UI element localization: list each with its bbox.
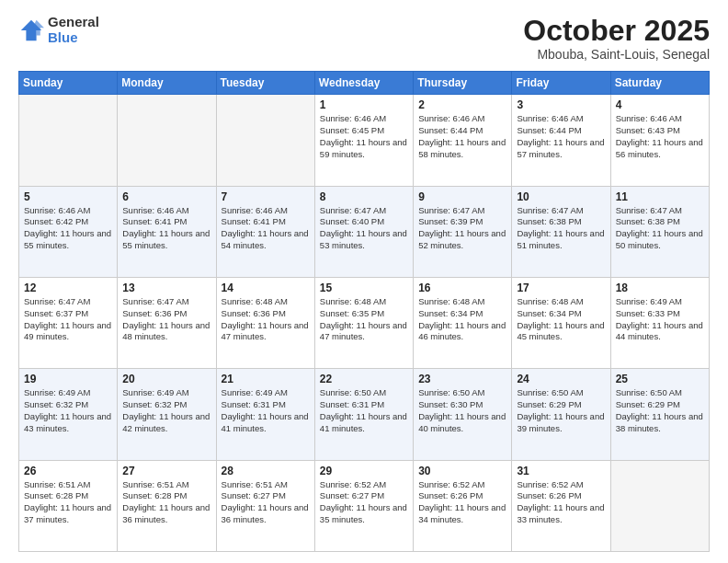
calendar-cell xyxy=(216,95,314,186)
calendar-cell xyxy=(19,95,118,186)
day-number: 19 xyxy=(24,373,112,385)
logo-text: General Blue xyxy=(48,15,99,45)
day-number: 22 xyxy=(320,373,408,385)
calendar-cell: 2Sunrise: 6:46 AM Sunset: 6:44 PM Daylig… xyxy=(414,95,512,186)
header: General Blue October 2025 Mbouba, Saint-… xyxy=(18,15,710,62)
day-number: 4 xyxy=(616,98,704,111)
day-number: 3 xyxy=(517,98,605,111)
day-number: 1 xyxy=(320,98,408,111)
day-number: 9 xyxy=(418,190,506,203)
day-number: 18 xyxy=(616,282,704,294)
weekday-header-monday: Monday xyxy=(118,72,216,95)
calendar-cell: 20Sunrise: 6:49 AM Sunset: 6:32 PM Dayli… xyxy=(118,369,216,460)
logo-blue-text: Blue xyxy=(48,30,99,46)
calendar-cell: 10Sunrise: 6:47 AM Sunset: 6:38 PM Dayli… xyxy=(512,186,610,277)
calendar-week-row: 19Sunrise: 6:49 AM Sunset: 6:32 PM Dayli… xyxy=(19,369,710,460)
title-block: October 2025 Mbouba, Saint-Louis, Senega… xyxy=(523,15,710,62)
day-number: 14 xyxy=(222,282,310,294)
day-number: 7 xyxy=(222,190,310,203)
day-number: 25 xyxy=(616,373,704,385)
day-number: 17 xyxy=(517,282,605,294)
weekday-header-friday: Friday xyxy=(512,72,610,95)
day-number: 24 xyxy=(517,373,605,385)
day-info: Sunrise: 6:49 AM Sunset: 6:31 PM Dayligh… xyxy=(222,387,310,434)
logo-icon xyxy=(18,17,44,43)
weekday-header-wednesday: Wednesday xyxy=(314,72,413,95)
day-number: 21 xyxy=(222,373,310,385)
calendar-cell: 5Sunrise: 6:46 AM Sunset: 6:42 PM Daylig… xyxy=(19,186,118,277)
day-number: 15 xyxy=(320,282,408,294)
calendar-cell: 24Sunrise: 6:50 AM Sunset: 6:29 PM Dayli… xyxy=(512,369,610,460)
day-info: Sunrise: 6:52 AM Sunset: 6:27 PM Dayligh… xyxy=(320,479,408,526)
calendar-cell: 18Sunrise: 6:49 AM Sunset: 6:33 PM Dayli… xyxy=(610,277,709,368)
day-info: Sunrise: 6:52 AM Sunset: 6:26 PM Dayligh… xyxy=(517,479,605,526)
day-number: 2 xyxy=(418,98,506,111)
calendar-cell: 15Sunrise: 6:48 AM Sunset: 6:35 PM Dayli… xyxy=(314,277,413,368)
calendar-cell: 30Sunrise: 6:52 AM Sunset: 6:26 PM Dayli… xyxy=(414,460,512,551)
weekday-header-row: SundayMondayTuesdayWednesdayThursdayFrid… xyxy=(19,72,710,95)
calendar-cell: 23Sunrise: 6:50 AM Sunset: 6:30 PM Dayli… xyxy=(414,369,512,460)
day-number: 8 xyxy=(320,190,408,203)
day-info: Sunrise: 6:47 AM Sunset: 6:38 PM Dayligh… xyxy=(517,205,605,252)
calendar-cell: 4Sunrise: 6:46 AM Sunset: 6:43 PM Daylig… xyxy=(610,95,709,186)
calendar-cell: 7Sunrise: 6:46 AM Sunset: 6:41 PM Daylig… xyxy=(216,186,314,277)
title-month: October 2025 xyxy=(523,15,710,47)
calendar-cell xyxy=(118,95,216,186)
day-number: 26 xyxy=(24,465,112,477)
day-info: Sunrise: 6:50 AM Sunset: 6:30 PM Dayligh… xyxy=(418,387,506,434)
day-number: 13 xyxy=(122,282,210,294)
day-info: Sunrise: 6:52 AM Sunset: 6:26 PM Dayligh… xyxy=(418,479,506,526)
calendar-table: SundayMondayTuesdayWednesdayThursdayFrid… xyxy=(18,71,710,552)
day-info: Sunrise: 6:46 AM Sunset: 6:44 PM Dayligh… xyxy=(418,113,506,160)
day-info: Sunrise: 6:47 AM Sunset: 6:39 PM Dayligh… xyxy=(418,205,506,252)
day-info: Sunrise: 6:51 AM Sunset: 6:28 PM Dayligh… xyxy=(122,479,210,526)
calendar-cell: 31Sunrise: 6:52 AM Sunset: 6:26 PM Dayli… xyxy=(512,460,610,551)
calendar-cell: 9Sunrise: 6:47 AM Sunset: 6:39 PM Daylig… xyxy=(414,186,512,277)
day-info: Sunrise: 6:48 AM Sunset: 6:36 PM Dayligh… xyxy=(222,296,310,343)
calendar-cell xyxy=(610,460,709,551)
calendar-cell: 13Sunrise: 6:47 AM Sunset: 6:36 PM Dayli… xyxy=(118,277,216,368)
calendar-cell: 11Sunrise: 6:47 AM Sunset: 6:38 PM Dayli… xyxy=(610,186,709,277)
calendar-cell: 27Sunrise: 6:51 AM Sunset: 6:28 PM Dayli… xyxy=(118,460,216,551)
calendar-cell: 28Sunrise: 6:51 AM Sunset: 6:27 PM Dayli… xyxy=(216,460,314,551)
day-info: Sunrise: 6:46 AM Sunset: 6:45 PM Dayligh… xyxy=(320,113,408,160)
day-info: Sunrise: 6:46 AM Sunset: 6:43 PM Dayligh… xyxy=(616,113,704,160)
weekday-header-saturday: Saturday xyxy=(610,72,709,95)
weekday-header-thursday: Thursday xyxy=(414,72,512,95)
calendar-week-row: 5Sunrise: 6:46 AM Sunset: 6:42 PM Daylig… xyxy=(19,186,710,277)
calendar-cell: 16Sunrise: 6:48 AM Sunset: 6:34 PM Dayli… xyxy=(414,277,512,368)
day-number: 16 xyxy=(418,282,506,294)
calendar-cell: 8Sunrise: 6:47 AM Sunset: 6:40 PM Daylig… xyxy=(314,186,413,277)
title-location: Mbouba, Saint-Louis, Senegal xyxy=(523,47,710,62)
day-info: Sunrise: 6:51 AM Sunset: 6:28 PM Dayligh… xyxy=(24,479,112,526)
day-info: Sunrise: 6:50 AM Sunset: 6:29 PM Dayligh… xyxy=(616,387,704,434)
day-info: Sunrise: 6:50 AM Sunset: 6:31 PM Dayligh… xyxy=(320,387,408,434)
day-number: 6 xyxy=(122,190,210,203)
day-info: Sunrise: 6:46 AM Sunset: 6:41 PM Dayligh… xyxy=(122,205,210,252)
day-info: Sunrise: 6:47 AM Sunset: 6:40 PM Dayligh… xyxy=(320,205,408,252)
calendar-cell: 1Sunrise: 6:46 AM Sunset: 6:45 PM Daylig… xyxy=(314,95,413,186)
day-number: 11 xyxy=(616,190,704,203)
day-number: 28 xyxy=(222,465,310,477)
day-info: Sunrise: 6:47 AM Sunset: 6:37 PM Dayligh… xyxy=(24,296,112,343)
calendar-cell: 21Sunrise: 6:49 AM Sunset: 6:31 PM Dayli… xyxy=(216,369,314,460)
page: General Blue October 2025 Mbouba, Saint-… xyxy=(0,0,728,563)
calendar-cell: 12Sunrise: 6:47 AM Sunset: 6:37 PM Dayli… xyxy=(19,277,118,368)
day-info: Sunrise: 6:48 AM Sunset: 6:34 PM Dayligh… xyxy=(418,296,506,343)
day-info: Sunrise: 6:49 AM Sunset: 6:32 PM Dayligh… xyxy=(122,387,210,434)
calendar-cell: 22Sunrise: 6:50 AM Sunset: 6:31 PM Dayli… xyxy=(314,369,413,460)
day-number: 31 xyxy=(517,465,605,477)
calendar-cell: 3Sunrise: 6:46 AM Sunset: 6:44 PM Daylig… xyxy=(512,95,610,186)
day-number: 5 xyxy=(24,190,112,203)
calendar-cell: 19Sunrise: 6:49 AM Sunset: 6:32 PM Dayli… xyxy=(19,369,118,460)
day-info: Sunrise: 6:46 AM Sunset: 6:42 PM Dayligh… xyxy=(24,205,112,252)
calendar-week-row: 12Sunrise: 6:47 AM Sunset: 6:37 PM Dayli… xyxy=(19,277,710,368)
calendar-cell: 26Sunrise: 6:51 AM Sunset: 6:28 PM Dayli… xyxy=(19,460,118,551)
day-info: Sunrise: 6:47 AM Sunset: 6:38 PM Dayligh… xyxy=(616,205,704,252)
calendar-cell: 6Sunrise: 6:46 AM Sunset: 6:41 PM Daylig… xyxy=(118,186,216,277)
day-info: Sunrise: 6:49 AM Sunset: 6:33 PM Dayligh… xyxy=(616,296,704,343)
logo: General Blue xyxy=(18,15,99,45)
day-info: Sunrise: 6:46 AM Sunset: 6:44 PM Dayligh… xyxy=(517,113,605,160)
day-info: Sunrise: 6:47 AM Sunset: 6:36 PM Dayligh… xyxy=(122,296,210,343)
calendar-cell: 17Sunrise: 6:48 AM Sunset: 6:34 PM Dayli… xyxy=(512,277,610,368)
